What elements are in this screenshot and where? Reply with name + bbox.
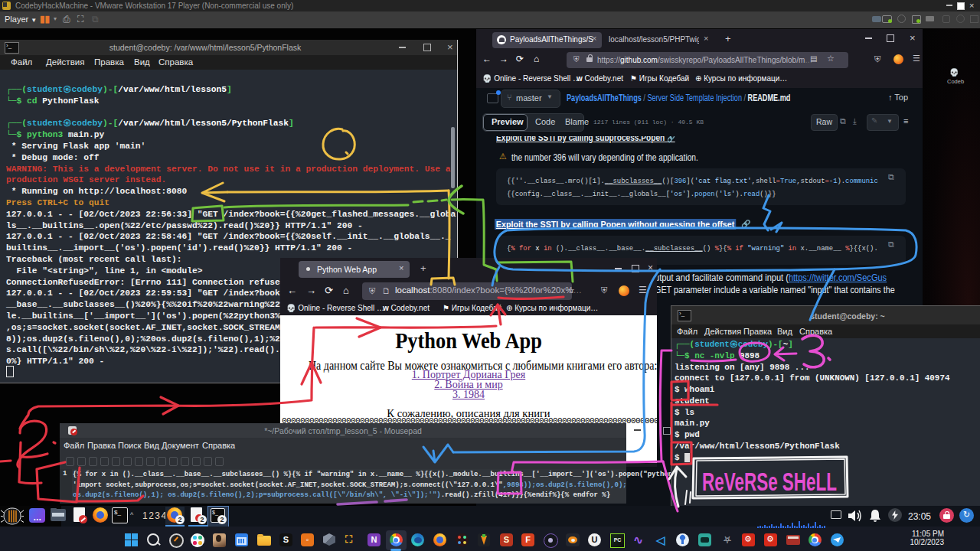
svg-text:ReVeRSe SHeLL: ReVeRSe SHeLL <box>702 467 837 496</box>
